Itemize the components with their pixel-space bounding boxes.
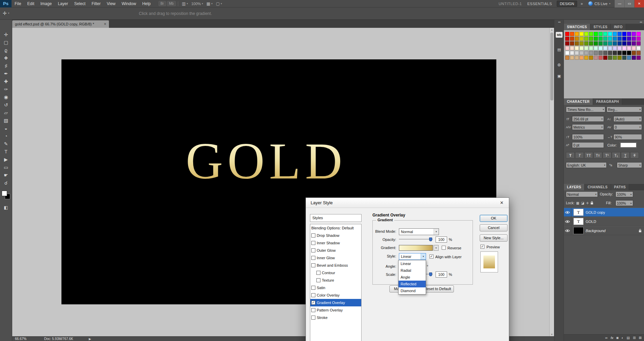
swatch-33[interactable]: [570, 41, 574, 45]
swatch-14[interactable]: [632, 32, 636, 36]
swatch-69[interactable]: [589, 51, 593, 55]
swatch-9[interactable]: [608, 32, 612, 36]
swatch-5[interactable]: [589, 32, 593, 36]
collapse-dock-icon[interactable]: ◂◂: [554, 21, 564, 23]
move-tool-options[interactable]: ✛ ▾: [3, 11, 9, 16]
swatch-66[interactable]: [575, 51, 579, 55]
swatch-0[interactable]: [565, 32, 569, 36]
swatch-76[interactable]: [622, 51, 626, 55]
swatch-71[interactable]: [599, 51, 603, 55]
visibility-eye-icon[interactable]: [564, 226, 571, 235]
add-layer-mask-icon[interactable]: ◙: [617, 336, 619, 340]
style-checkbox[interactable]: [311, 241, 315, 245]
layer-effects-icon[interactable]: fx: [611, 336, 613, 340]
style-item-contour[interactable]: Contour: [310, 269, 361, 277]
style-checkbox[interactable]: [311, 248, 315, 252]
style-item-color-overlay[interactable]: Color Overlay: [310, 291, 361, 299]
swatch-91[interactable]: [618, 56, 622, 60]
status-flyout-icon[interactable]: ▶: [89, 337, 91, 341]
app-button-mb[interactable]: Mb: [167, 1, 176, 6]
menu-image[interactable]: Image: [37, 0, 55, 7]
minimize-button[interactable]: —: [614, 0, 624, 7]
swatch-40[interactable]: [603, 41, 607, 45]
font-size-field[interactable]: 256.69 pt ▾: [572, 116, 604, 122]
photoshop-logo[interactable]: Ps: [0, 0, 12, 7]
swatch-45[interactable]: [627, 41, 631, 45]
preview-checkbox[interactable]: ✓: [480, 245, 484, 249]
move-tool-icon[interactable]: ✛: [2, 31, 11, 38]
swatch-3[interactable]: [579, 32, 584, 36]
swatch-38[interactable]: [594, 41, 598, 45]
swatch-24[interactable]: [603, 37, 607, 41]
swatch-27[interactable]: [618, 37, 622, 41]
swatch-64[interactable]: [565, 51, 569, 55]
swatch-57[interactable]: [608, 46, 612, 50]
font-family-select[interactable]: Times New Ro... ▾: [566, 107, 605, 112]
rectangular-marquee-tool-icon[interactable]: ▢: [2, 38, 11, 46]
lock-all-icon[interactable]: [590, 201, 593, 205]
swatch-59[interactable]: [618, 46, 622, 50]
reset-to-default-button[interactable]: Reset to Default: [421, 285, 454, 292]
dialog-titlebar[interactable]: Layer Style ✕: [306, 198, 509, 208]
swatch-77[interactable]: [627, 51, 631, 55]
layers-opacity-field[interactable]: 100% ▸: [615, 191, 633, 197]
style-checkbox[interactable]: [311, 263, 315, 267]
swatch-65[interactable]: [570, 51, 574, 55]
view-extras-control[interactable]: ▥ ▾: [182, 1, 188, 6]
pen-tool-icon[interactable]: ✎: [2, 140, 11, 148]
swatch-15[interactable]: [637, 32, 641, 36]
swatch-89[interactable]: [608, 56, 612, 60]
cs-live-control[interactable]: CS Live ▾: [588, 1, 610, 6]
reverse-checkbox[interactable]: [442, 246, 446, 250]
type-tool-icon[interactable]: T: [2, 148, 11, 155]
history-panel-icon[interactable]: ▤: [556, 47, 563, 53]
all-caps-button[interactable]: TT: [584, 152, 593, 158]
menu-view[interactable]: View: [104, 0, 118, 7]
swatch-82[interactable]: [575, 56, 579, 60]
faux-bold-button[interactable]: T: [566, 152, 575, 158]
swatch-70[interactable]: [594, 51, 598, 55]
swatch-55[interactable]: [599, 46, 603, 50]
layer-row-gold-copy[interactable]: TGOLD copy: [564, 208, 644, 217]
lock-position-icon[interactable]: ✛: [586, 201, 589, 205]
opacity-slider[interactable]: [399, 236, 433, 242]
style-checkbox[interactable]: [316, 271, 320, 275]
swatch-80[interactable]: [565, 56, 569, 60]
swatch-85[interactable]: [589, 56, 593, 60]
new-group-icon[interactable]: ▤: [627, 336, 630, 340]
lasso-tool-icon[interactable]: ϱ: [2, 46, 11, 54]
swatch-68[interactable]: [584, 51, 588, 55]
swatch-60[interactable]: [622, 46, 626, 50]
swatch-21[interactable]: [589, 37, 593, 41]
style-option-linear[interactable]: Linear: [399, 260, 426, 267]
swatch-87[interactable]: [599, 56, 603, 60]
style-item-inner-shadow[interactable]: Inner Shadow: [310, 239, 361, 247]
swatch-42[interactable]: [613, 41, 617, 45]
gradient-swatch[interactable]: [399, 245, 433, 251]
brush-tool-icon[interactable]: ✑: [2, 85, 11, 93]
tab-character[interactable]: CHARACTER: [564, 98, 593, 105]
style-item-pattern-overlay[interactable]: Pattern Overlay: [310, 306, 361, 314]
visibility-eye-icon[interactable]: [564, 217, 571, 226]
swatch-44[interactable]: [622, 41, 626, 45]
swatch-49[interactable]: [570, 46, 574, 50]
swatch-17[interactable]: [570, 37, 574, 41]
workspace-essentials[interactable]: ESSENTIALS: [527, 2, 552, 6]
swatch-31[interactable]: [637, 37, 641, 41]
tab-paragraph[interactable]: PARAGRAPH: [593, 98, 622, 105]
language-select[interactable]: English: UK ▾: [566, 162, 607, 168]
history-brush-tool-icon[interactable]: ↺: [2, 101, 11, 109]
style-option-reflected[interactable]: Reflected: [399, 281, 426, 287]
style-checkbox[interactable]: [311, 233, 315, 238]
swatch-73[interactable]: [608, 51, 612, 55]
screen-mode-control[interactable]: ▢ ▾: [216, 1, 222, 6]
gradient-picker-icon[interactable]: ▾: [434, 245, 439, 251]
menu-filter[interactable]: Filter: [89, 0, 104, 7]
swatch-7[interactable]: [599, 32, 603, 36]
menu-window[interactable]: Window: [118, 0, 139, 7]
style-checkbox[interactable]: [311, 286, 315, 290]
style-checkbox[interactable]: [311, 308, 315, 312]
zoom-tool-icon[interactable]: ☌: [2, 179, 11, 187]
zoom-level-control[interactable]: 100% ▾: [191, 2, 203, 6]
healing-brush-tool-icon[interactable]: ✚: [2, 77, 11, 85]
